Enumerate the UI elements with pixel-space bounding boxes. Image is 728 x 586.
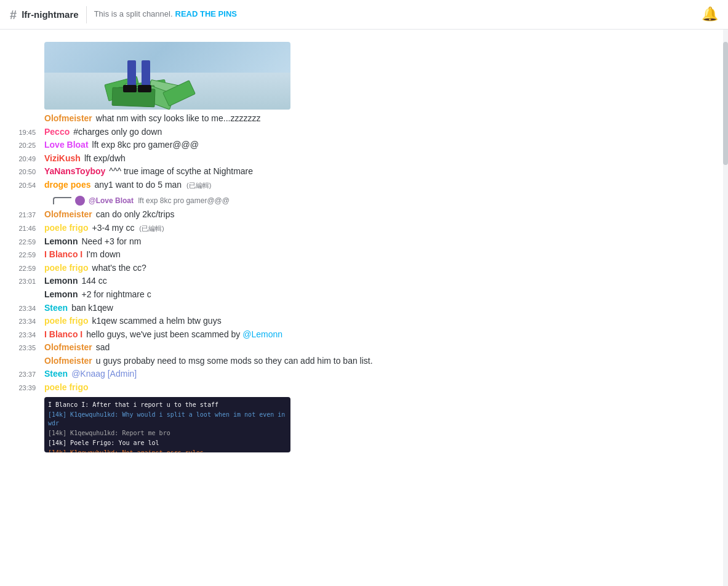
timestamp-lemonn-1: 22:59 bbox=[10, 238, 36, 247]
chat-area: Olofmeister what nm with scy looks like … bbox=[0, 30, 728, 465]
timestamp-lovebloat-1: 20:25 bbox=[10, 141, 36, 150]
username-lemonn-2[interactable]: Lemonn bbox=[44, 275, 78, 287]
content-droge-1: any1 want to do 5 man (已編輯) bbox=[94, 179, 718, 191]
username-olof-2[interactable]: Olofmeister bbox=[44, 342, 92, 354]
reply-line bbox=[53, 197, 71, 204]
screenshot-line-4: [14k] Poele Frigo: You are lol bbox=[48, 439, 287, 448]
mention-lemonn[interactable]: @Lemonn bbox=[242, 329, 282, 339]
message-steen-2: 23:37 Steen @Knaag [Admin] bbox=[0, 367, 728, 381]
message-lemonn-2: 23:01 Lemonn 144 cc bbox=[0, 275, 728, 288]
username-iblanco-2[interactable]: I Blanco I bbox=[44, 329, 82, 341]
timestamp-olof-reply: 21:37 bbox=[10, 211, 36, 220]
content-poele-2: what's the cc? bbox=[92, 262, 718, 275]
timestamp-poele-1: 21:46 bbox=[10, 224, 36, 233]
username-yanans-1[interactable]: YaNansToyboy bbox=[44, 166, 105, 178]
hash-icon: # bbox=[10, 6, 17, 23]
content-yanans-1: ^^^ true image of scythe at Nightmare bbox=[109, 166, 718, 178]
username-pecco-1[interactable]: Pecco bbox=[44, 126, 70, 138]
content-olof-3: u guys probaby need to msg some mods so … bbox=[96, 355, 718, 367]
message-yanans-1: 20:50 YaNansToyboy ^^^ true image of scy… bbox=[0, 165, 728, 179]
screenshot-container: I Blanco I: After that i report u to the… bbox=[0, 395, 728, 455]
timestamp-steen-2: 23:37 bbox=[10, 370, 36, 379]
username-vizikush-1[interactable]: ViziKush bbox=[44, 153, 81, 165]
content-poele-1: +3-4 my cc (已編輯) bbox=[92, 222, 718, 235]
screenshot-line-1: I Blanco I: After that i report u to the… bbox=[48, 401, 287, 409]
timestamp-olof-2: 23:35 bbox=[10, 343, 36, 353]
reply-text: lft exp 8kc pro gamer@@@ bbox=[138, 196, 230, 205]
topbar: # lfr-nightmare This is a split channel.… bbox=[0, 0, 728, 30]
username-poele-1[interactable]: poele frigo bbox=[44, 222, 89, 235]
topbar-divider bbox=[86, 6, 87, 23]
edited-droge-1: (已編輯) bbox=[186, 182, 211, 189]
username-iblanco-1[interactable]: I Blanco I bbox=[44, 249, 82, 261]
content-pecco-1: #charges only go down bbox=[73, 126, 718, 138]
scrollbar-thumb[interactable] bbox=[723, 42, 728, 165]
message-poele-4: 23:39 poele frigo bbox=[0, 381, 728, 395]
message-olof-3: Olofmeister u guys probaby need to msg s… bbox=[0, 355, 728, 368]
image-content bbox=[44, 42, 290, 110]
timestamp-droge-1: 20:54 bbox=[10, 181, 36, 190]
reply-content-olof: @Love Bloat lft exp 8kc pro gamer@@@ bbox=[89, 196, 230, 206]
message-steen-1: 23:34 Steen ban k1qew bbox=[0, 302, 728, 315]
username-droge-1[interactable]: droge poes bbox=[44, 179, 90, 191]
content-olof-2: sad bbox=[96, 342, 718, 354]
topic-prefix: This is a split channel. bbox=[94, 9, 173, 20]
content-lemonn-2: 144 cc bbox=[81, 275, 718, 287]
content-steen-1: ban k1qew bbox=[71, 302, 718, 315]
reply-indicator-olof: @Love Bloat lft exp 8kc pro gamer@@@ bbox=[0, 195, 728, 207]
message-iblanco-2: 23:34 I Blanco I hello guys, we've just … bbox=[0, 328, 728, 342]
read-pins-link[interactable]: READ THE PINS bbox=[175, 9, 237, 20]
content-iblanco-2: hello guys, we've just been scammed by @… bbox=[86, 329, 718, 341]
username-poele-3[interactable]: poele frigo bbox=[44, 315, 89, 327]
timestamp-poele-4: 23:39 bbox=[10, 383, 36, 393]
content-lemonn-3: +2 for nightmare c bbox=[81, 289, 718, 301]
message-lemonn-1: 22:59 Lemonn Need +3 for nm bbox=[0, 235, 728, 249]
message-poele-3: 23:34 poele frigo k1qew scammed a helm b… bbox=[0, 315, 728, 328]
timestamp-iblanco-1: 22:59 bbox=[10, 251, 36, 260]
timestamp-pecco-1: 19:45 bbox=[10, 128, 36, 137]
username-olof-1[interactable]: Olofmeister bbox=[44, 113, 92, 125]
bell-icon[interactable]: 🔔 bbox=[702, 5, 718, 24]
screenshot-image: I Blanco I: After that i report u to the… bbox=[44, 397, 290, 452]
content-olof-1: what nm with scy looks like to me...zzzz… bbox=[96, 113, 718, 125]
message-iblanco-1: 22:59 I Blanco I I'm down bbox=[0, 248, 728, 262]
content-lovebloat-1: lft exp 8kc pro gamer@@@ bbox=[92, 139, 718, 151]
username-olof-reply[interactable]: Olofmeister bbox=[44, 209, 92, 221]
content-steen-2: @Knaag [Admin] bbox=[71, 368, 718, 380]
message-olof-2: 23:35 Olofmeister sad bbox=[0, 341, 728, 355]
username-poele-4[interactable]: poele frigo bbox=[44, 382, 89, 394]
username-olof-3[interactable]: Olofmeister bbox=[44, 355, 92, 367]
screenshot-line-5: [14k] K1qewquhu1kd: Not against osrs rul… bbox=[48, 449, 287, 452]
username-steen-1[interactable]: Steen bbox=[44, 302, 68, 315]
scrollbar[interactable] bbox=[723, 30, 728, 586]
timestamp-iblanco-2: 23:34 bbox=[10, 331, 36, 340]
content-poele-3: k1qew scammed a helm btw guys bbox=[92, 315, 718, 327]
timestamp-steen-1: 23:34 bbox=[10, 304, 36, 313]
topbar-topic: This is a split channel. READ THE PINS bbox=[94, 9, 237, 20]
message-olof-1: Olofmeister what nm with scy looks like … bbox=[0, 112, 728, 126]
chat-image-olof bbox=[44, 42, 290, 110]
username-lemonn-1[interactable]: Lemonn bbox=[44, 236, 78, 248]
content-iblanco-1: I'm down bbox=[86, 249, 718, 261]
message-pecco-1: 19:45 Pecco #charges only go down bbox=[0, 126, 728, 139]
content-olof-reply: can do only 2kc/trips bbox=[96, 209, 718, 221]
username-steen-2[interactable]: Steen bbox=[44, 368, 68, 380]
timestamp-poele-3: 23:34 bbox=[10, 317, 36, 326]
message-droge-1: 20:54 droge poes any1 want to do 5 man (… bbox=[0, 179, 728, 192]
timestamp-poele-2: 22:59 bbox=[10, 264, 36, 273]
reply-avatar bbox=[75, 196, 85, 206]
message-poele-1: 21:46 poele frigo +3-4 my cc (已編輯) bbox=[0, 222, 728, 235]
username-lemonn-3[interactable]: Lemonn bbox=[44, 289, 78, 301]
timestamp-vizikush-1: 20:49 bbox=[10, 155, 36, 164]
timestamp-lemonn-2: 23:01 bbox=[10, 277, 36, 286]
mention-knaag[interactable]: @Knaag [Admin] bbox=[71, 369, 137, 379]
username-poele-2[interactable]: poele frigo bbox=[44, 262, 89, 275]
reply-username: @Love Bloat bbox=[89, 196, 134, 205]
message-lovebloat-1: 20:25 Love Bloat lft exp 8kc pro gamer@@… bbox=[0, 138, 728, 152]
message-vizikush-1: 20:49 ViziKush lft exp/dwh bbox=[0, 152, 728, 166]
username-lovebloat-1[interactable]: Love Bloat bbox=[44, 139, 89, 151]
channel-name-label: lfr-nightmare bbox=[22, 8, 79, 21]
channel-name: # lfr-nightmare bbox=[10, 6, 79, 23]
message-poele-2: 22:59 poele frigo what's the cc? bbox=[0, 262, 728, 275]
message-olof-reply: 21:37 Olofmeister can do only 2kc/trips bbox=[0, 208, 728, 222]
